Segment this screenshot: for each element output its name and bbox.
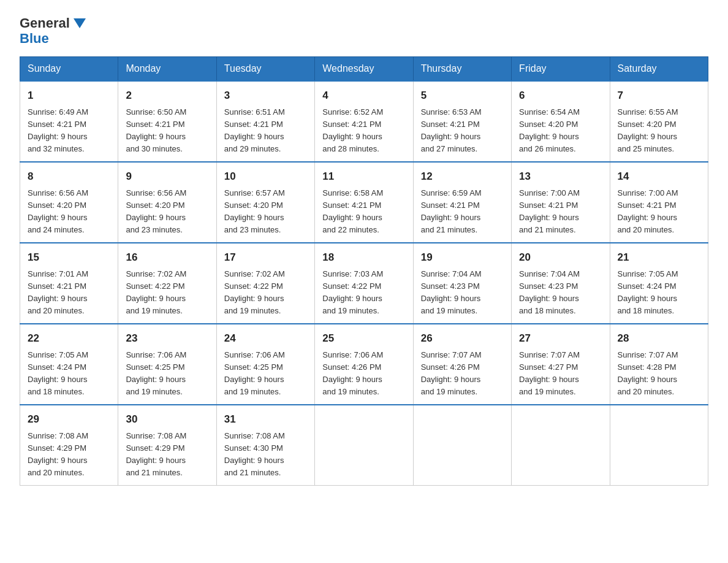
calendar-cell: 10 Sunrise: 6:57 AM Sunset: 4:20 PM Dayl… (216, 162, 314, 243)
logo-general: General (20, 17, 70, 30)
logo-blue: Blue (20, 31, 49, 47)
calendar-cell: 13 Sunrise: 7:00 AM Sunset: 4:21 PM Dayl… (512, 162, 610, 243)
calendar-cell (413, 405, 511, 486)
day-number: 29 (28, 412, 110, 427)
day-number: 6 (519, 88, 602, 104)
calendar-cell: 27 Sunrise: 7:07 AM Sunset: 4:27 PM Dayl… (512, 324, 610, 405)
day-info: Sunrise: 7:07 AM Sunset: 4:28 PM Dayligh… (618, 349, 700, 399)
calendar-cell: 29 Sunrise: 7:08 AM Sunset: 4:29 PM Dayl… (20, 405, 118, 486)
day-number: 22 (28, 331, 110, 347)
calendar-cell: 8 Sunrise: 6:56 AM Sunset: 4:20 PM Dayli… (20, 162, 118, 243)
calendar-cell: 24 Sunrise: 7:06 AM Sunset: 4:25 PM Dayl… (216, 324, 314, 405)
logo: General Blue (20, 15, 88, 47)
day-info: Sunrise: 7:04 AM Sunset: 4:23 PM Dayligh… (519, 268, 602, 318)
day-number: 8 (28, 169, 110, 185)
day-number: 23 (126, 331, 208, 347)
day-number: 31 (224, 412, 307, 427)
calendar-cell: 3 Sunrise: 6:51 AM Sunset: 4:21 PM Dayli… (216, 81, 314, 162)
day-number: 2 (126, 88, 208, 104)
day-number: 17 (224, 250, 307, 266)
header-saturday: Saturday (610, 57, 708, 82)
calendar-week-5: 29 Sunrise: 7:08 AM Sunset: 4:29 PM Dayl… (20, 405, 708, 486)
day-number: 10 (224, 169, 307, 185)
calendar-cell: 23 Sunrise: 7:06 AM Sunset: 4:25 PM Dayl… (118, 324, 216, 405)
calendar-table: SundayMondayTuesdayWednesdayThursdayFrid… (20, 56, 708, 486)
day-number: 12 (421, 169, 504, 185)
day-number: 21 (618, 250, 700, 266)
day-info: Sunrise: 6:50 AM Sunset: 4:21 PM Dayligh… (126, 106, 208, 156)
calendar-week-1: 1 Sunrise: 6:49 AM Sunset: 4:21 PM Dayli… (20, 81, 708, 162)
header-sunday: Sunday (20, 57, 118, 82)
calendar-cell: 17 Sunrise: 7:02 AM Sunset: 4:22 PM Dayl… (216, 243, 314, 324)
day-info: Sunrise: 6:59 AM Sunset: 4:21 PM Dayligh… (421, 187, 504, 237)
calendar-week-4: 22 Sunrise: 7:05 AM Sunset: 4:24 PM Dayl… (20, 324, 708, 405)
calendar-cell: 5 Sunrise: 6:53 AM Sunset: 4:21 PM Dayli… (413, 81, 511, 162)
calendar-cell: 2 Sunrise: 6:50 AM Sunset: 4:21 PM Dayli… (118, 81, 216, 162)
svg-marker-0 (74, 18, 86, 28)
day-number: 20 (519, 250, 602, 266)
day-number: 27 (519, 331, 602, 347)
calendar-cell: 16 Sunrise: 7:02 AM Sunset: 4:22 PM Dayl… (118, 243, 216, 324)
day-number: 3 (224, 88, 307, 104)
header-monday: Monday (118, 57, 216, 82)
calendar-cell: 28 Sunrise: 7:07 AM Sunset: 4:28 PM Dayl… (610, 324, 708, 405)
header-thursday: Thursday (413, 57, 511, 82)
day-info: Sunrise: 7:02 AM Sunset: 4:22 PM Dayligh… (126, 268, 208, 318)
day-number: 25 (322, 331, 405, 347)
day-info: Sunrise: 6:55 AM Sunset: 4:20 PM Dayligh… (618, 106, 700, 156)
day-number: 26 (421, 331, 504, 347)
calendar-cell: 9 Sunrise: 6:56 AM Sunset: 4:20 PM Dayli… (118, 162, 216, 243)
calendar-cell (512, 405, 610, 486)
day-info: Sunrise: 7:06 AM Sunset: 4:25 PM Dayligh… (224, 349, 307, 399)
calendar-cell: 11 Sunrise: 6:58 AM Sunset: 4:21 PM Dayl… (315, 162, 413, 243)
day-info: Sunrise: 6:54 AM Sunset: 4:20 PM Dayligh… (519, 106, 602, 156)
day-number: 24 (224, 331, 307, 347)
day-info: Sunrise: 7:08 AM Sunset: 4:29 PM Dayligh… (28, 430, 110, 480)
day-info: Sunrise: 6:56 AM Sunset: 4:20 PM Dayligh… (126, 187, 208, 237)
day-info: Sunrise: 7:00 AM Sunset: 4:21 PM Dayligh… (618, 187, 700, 237)
day-number: 1 (28, 88, 110, 104)
calendar-cell: 31 Sunrise: 7:08 AM Sunset: 4:30 PM Dayl… (216, 405, 314, 486)
calendar-cell: 26 Sunrise: 7:07 AM Sunset: 4:26 PM Dayl… (413, 324, 511, 405)
day-number: 7 (618, 88, 700, 104)
calendar-cell: 20 Sunrise: 7:04 AM Sunset: 4:23 PM Dayl… (512, 243, 610, 324)
day-number: 30 (126, 412, 208, 427)
calendar-cell: 30 Sunrise: 7:08 AM Sunset: 4:29 PM Dayl… (118, 405, 216, 486)
day-info: Sunrise: 6:57 AM Sunset: 4:20 PM Dayligh… (224, 187, 307, 237)
day-number: 5 (421, 88, 504, 104)
calendar-week-3: 15 Sunrise: 7:01 AM Sunset: 4:21 PM Dayl… (20, 243, 708, 324)
day-number: 11 (322, 169, 405, 185)
day-number: 19 (421, 250, 504, 266)
header-wednesday: Wednesday (315, 57, 413, 82)
day-info: Sunrise: 7:02 AM Sunset: 4:22 PM Dayligh… (224, 268, 307, 318)
calendar-cell: 14 Sunrise: 7:00 AM Sunset: 4:21 PM Dayl… (610, 162, 708, 243)
day-info: Sunrise: 7:07 AM Sunset: 4:26 PM Dayligh… (421, 349, 504, 399)
day-info: Sunrise: 7:06 AM Sunset: 4:25 PM Dayligh… (126, 349, 208, 399)
day-number: 28 (618, 331, 700, 347)
day-info: Sunrise: 6:53 AM Sunset: 4:21 PM Dayligh… (421, 106, 504, 156)
calendar-cell: 18 Sunrise: 7:03 AM Sunset: 4:22 PM Dayl… (315, 243, 413, 324)
calendar-cell (315, 405, 413, 486)
day-info: Sunrise: 7:03 AM Sunset: 4:22 PM Dayligh… (322, 268, 405, 318)
calendar-cell: 21 Sunrise: 7:05 AM Sunset: 4:24 PM Dayl… (610, 243, 708, 324)
header-friday: Friday (512, 57, 610, 82)
calendar-cell: 12 Sunrise: 6:59 AM Sunset: 4:21 PM Dayl… (413, 162, 511, 243)
header-tuesday: Tuesday (216, 57, 314, 82)
day-info: Sunrise: 7:07 AM Sunset: 4:27 PM Dayligh… (519, 349, 602, 399)
day-info: Sunrise: 7:00 AM Sunset: 4:21 PM Dayligh… (519, 187, 602, 237)
day-info: Sunrise: 7:08 AM Sunset: 4:30 PM Dayligh… (224, 430, 307, 480)
calendar-cell: 4 Sunrise: 6:52 AM Sunset: 4:21 PM Dayli… (315, 81, 413, 162)
day-info: Sunrise: 7:01 AM Sunset: 4:21 PM Dayligh… (28, 268, 110, 318)
calendar-cell: 7 Sunrise: 6:55 AM Sunset: 4:20 PM Dayli… (610, 81, 708, 162)
calendar-cell: 6 Sunrise: 6:54 AM Sunset: 4:20 PM Dayli… (512, 81, 610, 162)
day-number: 4 (322, 88, 405, 104)
day-info: Sunrise: 7:06 AM Sunset: 4:26 PM Dayligh… (322, 349, 405, 399)
day-info: Sunrise: 7:04 AM Sunset: 4:23 PM Dayligh… (421, 268, 504, 318)
day-info: Sunrise: 6:58 AM Sunset: 4:21 PM Dayligh… (322, 187, 405, 237)
page-header: General Blue (20, 15, 708, 47)
day-number: 15 (28, 250, 110, 266)
calendar-header-row: SundayMondayTuesdayWednesdayThursdayFrid… (20, 57, 708, 82)
calendar-week-2: 8 Sunrise: 6:56 AM Sunset: 4:20 PM Dayli… (20, 162, 708, 243)
day-number: 9 (126, 169, 208, 185)
calendar-cell: 25 Sunrise: 7:06 AM Sunset: 4:26 PM Dayl… (315, 324, 413, 405)
